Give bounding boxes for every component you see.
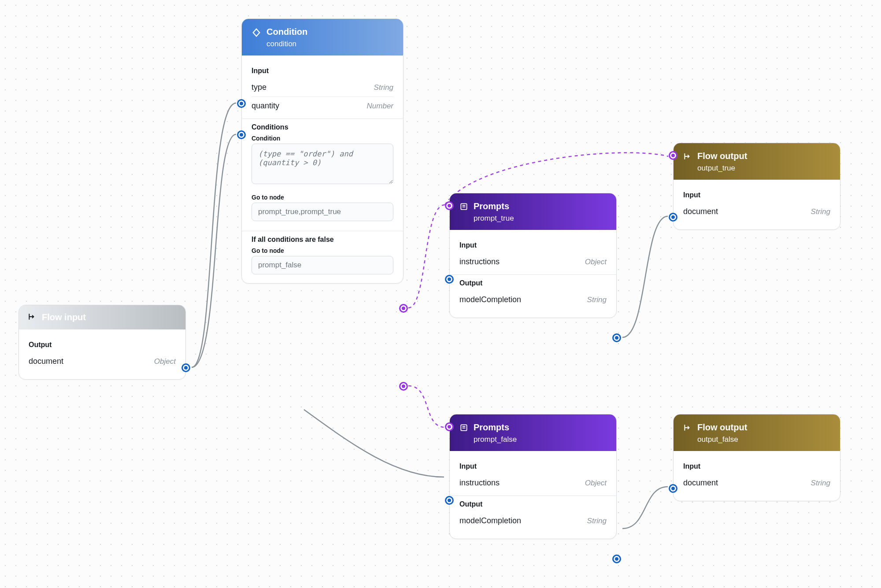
condition-icon (252, 28, 261, 37)
flow-output-icon (683, 423, 692, 432)
section-input-label: Input (683, 191, 830, 199)
node-header[interactable]: Flow input (19, 305, 185, 329)
port-header-in[interactable] (669, 151, 677, 160)
input-row-document: document String (683, 474, 830, 492)
port-output-modelcompletion[interactable] (612, 333, 621, 342)
node-subtitle: prompt_false (474, 435, 517, 444)
port-input-quantity[interactable] (237, 130, 246, 139)
port-header-in[interactable] (445, 201, 454, 210)
input-row-quantity: quantity Number (252, 96, 393, 115)
input-name: document (683, 207, 718, 216)
input-type: String (374, 83, 393, 92)
input-row-instructions: instructions Object (459, 474, 607, 492)
port-header-in[interactable] (445, 422, 454, 431)
input-name: instructions (459, 478, 500, 488)
output-name: document (29, 357, 63, 366)
port-input-instructions[interactable] (445, 275, 454, 284)
node-header[interactable]: Condition condition (242, 19, 403, 55)
input-name: instructions (459, 257, 500, 266)
input-type: String (811, 479, 830, 488)
node-title: Flow input (42, 312, 86, 322)
node-condition[interactable]: Condition condition Input type String qu… (241, 18, 403, 284)
goto-true-input[interactable] (252, 203, 393, 221)
node-output-false[interactable]: Flow output output_false Input document … (673, 414, 840, 501)
condition-expression-input[interactable] (252, 144, 393, 184)
section-input-label: Input (683, 462, 830, 470)
port-input-instructions[interactable] (445, 496, 454, 505)
section-input-label: Input (252, 67, 393, 75)
node-header[interactable]: Flow output output_true (674, 143, 840, 180)
node-header[interactable]: Prompts prompt_true (450, 193, 616, 230)
node-flow-input[interactable]: Flow input Output document Object (19, 305, 186, 380)
section-input-label: Input (459, 462, 607, 470)
flow-input-icon (28, 312, 37, 321)
input-type: Object (585, 479, 607, 488)
input-row-type: type String (252, 78, 393, 96)
node-prompt-true[interactable]: Prompts prompt_true Input instructions O… (449, 193, 617, 318)
port-condition-true[interactable] (399, 304, 408, 313)
node-subtitle: prompt_true (474, 214, 514, 223)
input-type: Object (585, 258, 607, 266)
section-input-label: Input (459, 241, 607, 249)
input-row-document: document String (683, 203, 830, 221)
goto-label: Go to node (252, 194, 393, 201)
divider (242, 231, 403, 231)
node-title: Prompts (474, 201, 514, 211)
port-output-document[interactable] (181, 363, 190, 372)
goto-false-label: Go to node (252, 247, 393, 254)
output-type: String (587, 517, 607, 525)
node-subtitle: output_false (697, 435, 747, 444)
port-condition-false[interactable] (399, 382, 408, 391)
output-type: String (587, 296, 607, 304)
goto-false-input[interactable] (252, 256, 393, 274)
output-row-modelcompletion: modelCompletion String (459, 512, 607, 530)
input-row-instructions: instructions Object (459, 253, 607, 271)
output-name: modelCompletion (459, 295, 521, 304)
output-type: Object (154, 357, 176, 366)
node-title: Flow output (697, 422, 747, 433)
port-input-document[interactable] (669, 484, 677, 493)
input-type: Number (367, 102, 393, 111)
divider (450, 274, 616, 275)
node-subtitle: output_true (697, 164, 747, 173)
node-title: Prompts (474, 422, 517, 433)
output-name: modelCompletion (459, 516, 521, 525)
node-title: Flow output (697, 151, 747, 161)
flow-output-icon (683, 152, 692, 161)
node-subtitle: condition (267, 40, 307, 48)
node-header[interactable]: Flow output output_false (674, 414, 840, 451)
condition-label: Condition (252, 135, 393, 142)
output-row-document: document Object (29, 352, 176, 370)
port-input-type[interactable] (237, 99, 246, 108)
port-output-modelcompletion[interactable] (612, 555, 621, 563)
divider (450, 496, 616, 496)
node-title: Condition (267, 27, 307, 37)
node-header[interactable]: Prompts prompt_false (450, 414, 616, 451)
prompt-icon (459, 423, 468, 432)
node-prompt-false[interactable]: Prompts prompt_false Input instructions … (449, 414, 617, 539)
input-name: document (683, 478, 718, 488)
section-output-label: Output (29, 341, 176, 349)
section-output-label: Output (459, 500, 607, 508)
section-output-label: Output (459, 279, 607, 287)
input-name: quantity (252, 101, 279, 111)
port-input-document[interactable] (669, 213, 677, 222)
input-name: type (252, 83, 267, 92)
output-row-modelcompletion: modelCompletion String (459, 291, 607, 309)
input-type: String (811, 207, 830, 216)
prompt-icon (459, 202, 468, 211)
section-conditions-label: Conditions (252, 123, 393, 131)
node-output-true[interactable]: Flow output output_true Input document S… (673, 143, 840, 230)
section-else-label: If all conditions are false (252, 236, 393, 244)
divider (242, 118, 403, 119)
